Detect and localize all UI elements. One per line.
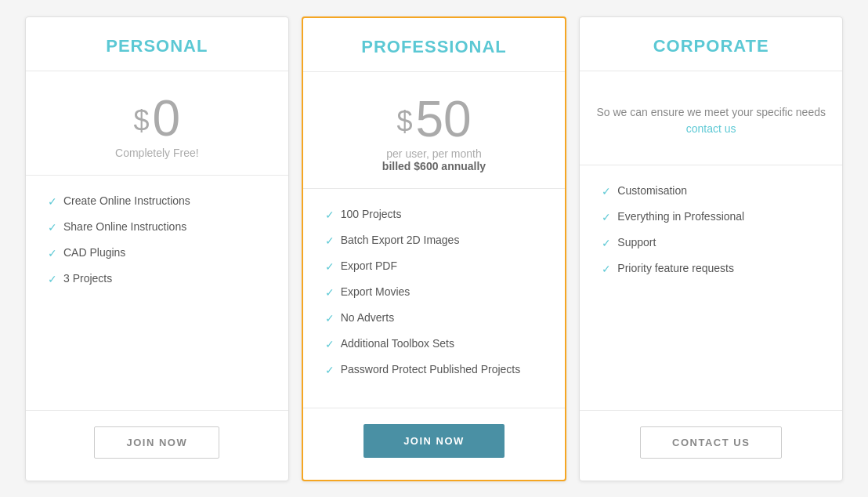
check-icon: ✓ xyxy=(48,247,57,259)
corporate-description-text: So we can ensure we meet your specific n… xyxy=(596,106,826,118)
check-icon: ✓ xyxy=(48,273,57,285)
plan-professional: PROFESSIONAL $50 per user, per month bil… xyxy=(302,16,567,481)
plan-personal-price: $0 xyxy=(134,93,181,143)
list-item: ✓ Export PDF xyxy=(325,259,544,273)
list-item: ✓ No Adverts xyxy=(325,311,544,325)
check-icon: ✓ xyxy=(325,338,335,350)
list-item: ✓ Priority feature requests xyxy=(602,262,820,275)
list-item: ✓ 100 Projects xyxy=(325,208,544,221)
check-icon: ✓ xyxy=(325,312,335,325)
corporate-contact-button[interactable]: CONTACT US xyxy=(640,426,782,459)
feature-label: Create Online Instructions xyxy=(63,194,190,207)
feature-label: Share Online Instructions xyxy=(63,220,186,233)
check-icon: ✓ xyxy=(325,260,335,273)
plan-professional-header: PROFESSIONAL xyxy=(303,18,566,72)
list-item: ✓ CAD Plugins xyxy=(48,246,266,259)
plan-professional-features: ✓ 100 Projects ✓ Batch Export 2D Images … xyxy=(303,189,566,408)
plan-professional-footer: JOIN NOW xyxy=(303,408,566,480)
list-item: ✓ Additional Toolbox Sets xyxy=(325,337,544,350)
plan-corporate-features: ✓ Customisation ✓ Everything in Professi… xyxy=(580,165,842,410)
plan-corporate-price-section: So we can ensure we meet your specific n… xyxy=(580,71,842,165)
list-item: ✓ Share Online Instructions xyxy=(48,220,266,234)
list-item: ✓ Password Protect Published Projects xyxy=(325,363,544,376)
check-icon: ✓ xyxy=(325,286,335,299)
list-item: ✓ 3 Projects xyxy=(48,272,266,285)
list-item: ✓ Create Online Instructions xyxy=(48,194,266,208)
plan-corporate-footer: CONTACT US xyxy=(580,410,842,481)
feature-label: Priority feature requests xyxy=(617,262,734,274)
check-icon: ✓ xyxy=(325,364,335,376)
feature-label: Password Protect Published Projects xyxy=(341,363,521,375)
check-icon: ✓ xyxy=(48,221,57,234)
feature-label: 3 Projects xyxy=(63,272,112,285)
personal-join-button[interactable]: JOIN NOW xyxy=(94,426,219,459)
feature-label: Customisation xyxy=(617,184,687,197)
plan-professional-annual: billed $600 annually xyxy=(382,160,486,172)
feature-label: Export Movies xyxy=(341,285,410,298)
feature-label: No Adverts xyxy=(341,311,394,324)
corporate-contact-link[interactable]: contact us xyxy=(686,122,736,135)
feature-label: Batch Export 2D Images xyxy=(341,234,460,246)
plan-personal-header: PERSONAL xyxy=(26,17,288,71)
plan-corporate-description: So we can ensure we meet your specific n… xyxy=(595,104,826,137)
plan-professional-subtitle: per user, per month xyxy=(386,147,481,160)
plan-personal-subtitle: Completely Free! xyxy=(115,147,199,159)
list-item: ✓ Everything in Professional xyxy=(602,210,820,223)
plan-professional-price-section: $50 per user, per month billed $600 annu… xyxy=(303,72,566,189)
plan-corporate-title: CORPORATE xyxy=(653,36,769,56)
feature-label: 100 Projects xyxy=(341,208,402,220)
feature-label: Export PDF xyxy=(341,259,397,272)
plan-professional-amount: 50 xyxy=(415,91,471,147)
feature-label: CAD Plugins xyxy=(63,246,125,259)
feature-label: Everything in Professional xyxy=(617,210,744,223)
plan-personal-footer: JOIN NOW xyxy=(26,410,288,481)
pricing-container: PERSONAL $0 Completely Free! ✓ Create On… xyxy=(19,16,849,481)
check-icon: ✓ xyxy=(48,195,57,208)
check-icon: ✓ xyxy=(325,209,335,221)
list-item: ✓ Customisation xyxy=(602,184,820,198)
check-icon: ✓ xyxy=(602,237,611,249)
plan-personal-features: ✓ Create Online Instructions ✓ Share Onl… xyxy=(26,176,288,410)
plan-corporate: CORPORATE So we can ensure we meet your … xyxy=(579,16,843,481)
check-icon: ✓ xyxy=(602,185,611,198)
check-icon: ✓ xyxy=(602,263,611,275)
list-item: ✓ Batch Export 2D Images xyxy=(325,234,544,247)
plan-personal: PERSONAL $0 Completely Free! ✓ Create On… xyxy=(25,16,289,481)
plan-personal-currency: $ xyxy=(134,104,150,136)
list-item: ✓ Support xyxy=(602,236,820,249)
plan-personal-title: PERSONAL xyxy=(106,36,208,56)
check-icon: ✓ xyxy=(325,234,335,247)
plan-professional-title: PROFESSIONAL xyxy=(361,37,507,56)
plan-personal-price-section: $0 Completely Free! xyxy=(26,71,288,176)
feature-label: Additional Toolbox Sets xyxy=(341,337,454,350)
plan-corporate-header: CORPORATE xyxy=(580,17,842,71)
feature-label: Support xyxy=(617,236,656,248)
plan-personal-amount: 0 xyxy=(153,90,181,147)
check-icon: ✓ xyxy=(602,211,611,223)
list-item: ✓ Export Movies xyxy=(325,285,544,299)
plan-professional-price: $50 xyxy=(396,94,471,144)
plan-professional-currency: $ xyxy=(396,105,412,137)
professional-join-button[interactable]: JOIN NOW xyxy=(363,424,505,458)
